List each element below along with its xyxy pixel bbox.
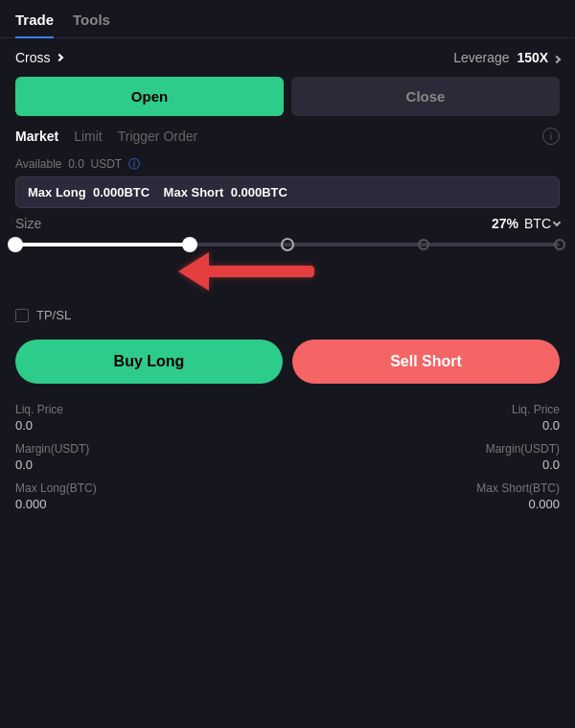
liq-price-left: Liq. Price 0.0 (15, 403, 284, 433)
margin-usdt-left-value: 0.0 (15, 458, 284, 472)
margin-usdt-left-label: Margin(USDT) (15, 442, 284, 456)
leverage-value: 150X (517, 50, 548, 65)
max-long-value: 0.000BTC (93, 185, 150, 200)
info-icon[interactable]: i (542, 128, 560, 145)
tab-bar: Trade Tools (0, 0, 575, 38)
top-row: Cross Leverage 150X (0, 38, 575, 77)
slider-fill (15, 243, 190, 247)
info-section: Liq. Price 0.0 Margin(USDT) 0.0 Max Long… (0, 403, 575, 521)
liq-price-right-value: 0.0 (291, 418, 560, 433)
order-type-row: Market Limit Trigger Order i (0, 128, 575, 145)
size-right: 27% BTC (492, 216, 560, 231)
size-currency-label: BTC (524, 216, 551, 231)
order-type-trigger[interactable]: Trigger Order (118, 129, 198, 144)
sell-short-button[interactable]: Sell Short (292, 340, 560, 384)
main-container: Trade Tools Cross Leverage 150X Open Clo… (0, 0, 575, 728)
liq-price-right: Liq. Price 0.0 (291, 403, 560, 433)
chevron-right-icon (55, 54, 62, 61)
available-row: Available 0.0 USDT ⓘ (0, 156, 575, 173)
slider-thumb-75[interactable] (418, 239, 429, 250)
liq-price-left-value: 0.0 (15, 418, 284, 433)
available-label: Available (15, 157, 61, 171)
size-percentage: 27% (492, 216, 518, 231)
max-short-btc-right: Max Short(BTC) 0.000 (291, 481, 560, 511)
tab-tools[interactable]: Tools (73, 12, 110, 37)
slider-container[interactable] (0, 243, 575, 247)
red-arrow (178, 252, 314, 291)
liq-price-right-label: Liq. Price (291, 403, 560, 416)
max-short-btc-value: 0.000 (291, 497, 560, 511)
open-button[interactable]: Open (15, 77, 284, 116)
slider-thumb-end[interactable] (554, 239, 565, 250)
tab-trade[interactable]: Trade (15, 12, 54, 37)
tpsl-checkbox[interactable] (15, 309, 29, 322)
slider-thumb-active[interactable] (182, 237, 197, 252)
tpsl-label: TP/SL (36, 308, 71, 322)
tpsl-row: TP/SL (0, 308, 575, 322)
max-long-btc-left: Max Long(BTC) 0.000 (15, 481, 284, 511)
margin-usdt-right-value: 0.0 (291, 458, 560, 472)
leverage-chevron-icon (553, 56, 561, 63)
size-label: Size (15, 216, 41, 231)
red-arrow-container (15, 252, 560, 300)
available-info-icon[interactable]: ⓘ (128, 157, 140, 171)
max-short-value: 0.000BTC (231, 185, 288, 200)
cross-label: Cross (15, 50, 51, 65)
slider-thumb-start[interactable] (8, 237, 23, 252)
action-row: Buy Long Sell Short (0, 340, 575, 384)
tooltip-box: Max Long 0.000BTC Max Short 0.000BTC (15, 176, 560, 208)
max-long-label: Max Long (28, 185, 86, 200)
cross-button[interactable]: Cross (15, 50, 62, 65)
arrow-body (209, 266, 314, 277)
available-value: 0.0 (68, 157, 84, 171)
info-col-left: Liq. Price 0.0 Margin(USDT) 0.0 Max Long… (15, 403, 284, 521)
max-long-btc-label: Max Long(BTC) (15, 481, 284, 495)
margin-usdt-left: Margin(USDT) 0.0 (15, 442, 284, 472)
slider-thumb-mid[interactable] (281, 238, 294, 251)
leverage-label: Leverage (453, 50, 509, 65)
arrow-head-icon (178, 252, 209, 291)
leverage-button[interactable]: Leverage 150X (453, 50, 560, 65)
currency-chevron-down-icon (553, 219, 561, 226)
slider-track (15, 243, 560, 247)
order-type-limit[interactable]: Limit (74, 129, 103, 144)
size-currency-dropdown[interactable]: BTC (524, 216, 560, 231)
max-short-btc-label: Max Short(BTC) (291, 481, 560, 495)
margin-usdt-right: Margin(USDT) 0.0 (291, 442, 560, 472)
open-close-row: Open Close (0, 77, 575, 116)
liq-price-left-label: Liq. Price (15, 403, 284, 416)
buy-long-button[interactable]: Buy Long (15, 340, 283, 384)
order-type-market[interactable]: Market (15, 129, 58, 144)
size-row: Size 27% BTC (0, 216, 575, 231)
max-long-btc-value: 0.000 (15, 497, 284, 511)
margin-usdt-right-label: Margin(USDT) (291, 442, 560, 456)
info-col-right: Liq. Price 0.0 Margin(USDT) 0.0 Max Shor… (291, 403, 560, 521)
max-short-label: Max Short (164, 185, 224, 200)
close-button[interactable]: Close (291, 77, 560, 116)
available-currency: USDT (91, 157, 122, 171)
